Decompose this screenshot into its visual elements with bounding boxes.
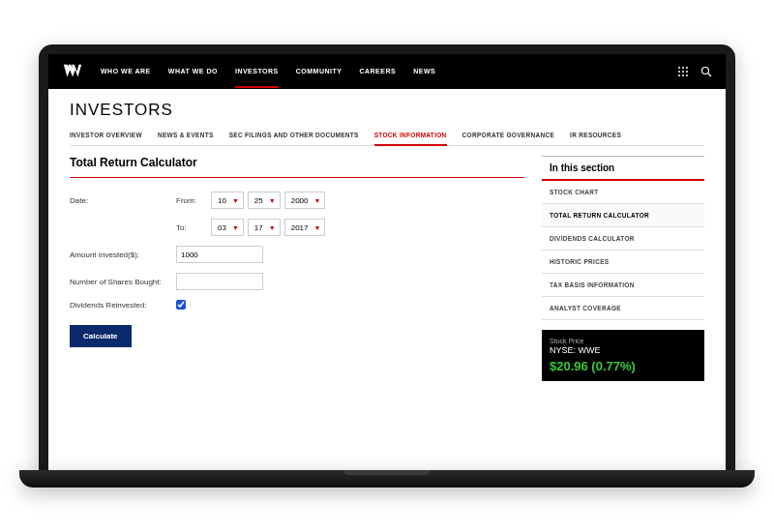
svg-point-3 <box>678 71 680 73</box>
nav-news[interactable]: NEWS <box>413 56 435 88</box>
page-title: INVESTORS <box>70 101 704 120</box>
side-analyst-coverage[interactable]: ANALYST COVERAGE <box>542 297 704 320</box>
svg-line-10 <box>708 74 711 76</box>
svg-point-1 <box>682 67 684 69</box>
subnav-investor-overview[interactable]: INVESTOR OVERVIEW <box>70 126 142 145</box>
caret-down-icon: ▼ <box>313 224 320 231</box>
svg-point-7 <box>682 74 684 76</box>
calculate-button[interactable]: Calculate <box>70 325 132 347</box>
dividends-reinvested-checkbox[interactable] <box>176 300 186 310</box>
nav-what-we-do[interactable]: WHAT WE DO <box>168 56 218 88</box>
side-dividends-calculator[interactable]: DIVIDENDS CALCULATOR <box>542 227 704 251</box>
svg-point-4 <box>682 71 684 73</box>
shares-bought-input[interactable] <box>176 273 263 290</box>
wwe-logo-icon <box>62 61 83 82</box>
to-month-select[interactable]: 03▼ <box>211 219 244 236</box>
to-day-select[interactable]: 17▼ <box>248 219 281 236</box>
to-label: To: <box>176 223 211 232</box>
side-stock-chart[interactable]: STOCK CHART <box>542 181 704 204</box>
caret-down-icon: ▼ <box>232 224 239 231</box>
stock-price-value: $20.96 (0.77%) <box>550 359 697 373</box>
from-month-value: 10 <box>218 196 226 205</box>
search-icon[interactable] <box>700 66 712 77</box>
from-year-value: 2000 <box>291 196 309 205</box>
caret-down-icon: ▼ <box>232 197 239 204</box>
nav-community[interactable]: COMMUNITY <box>296 56 342 88</box>
svg-point-6 <box>678 74 680 76</box>
subnav-news-events[interactable]: NEWS & EVENTS <box>158 126 214 145</box>
top-nav-items: WHO WE ARE WHAT WE DO INVESTORS COMMUNIT… <box>101 56 677 88</box>
to-year-select[interactable]: 2017▼ <box>284 219 326 236</box>
caret-down-icon: ▼ <box>313 197 320 204</box>
caret-down-icon: ▼ <box>269 224 276 231</box>
subnav-stock-information[interactable]: STOCK INFORMATION <box>374 126 447 146</box>
sub-nav: INVESTOR OVERVIEW NEWS & EVENTS SEC FILI… <box>70 126 704 146</box>
apps-grid-icon[interactable] <box>677 66 689 77</box>
subnav-ir-resources[interactable]: IR RESOURCES <box>570 126 621 145</box>
shares-bought-label: Number of Shares Bought: <box>70 278 176 286</box>
laptop-base <box>19 470 755 488</box>
top-nav: WHO WE ARE WHAT WE DO INVESTORS COMMUNIT… <box>48 54 726 89</box>
svg-point-9 <box>702 68 709 74</box>
stock-price-label: Stock Price <box>550 338 697 344</box>
to-day-value: 17 <box>254 223 263 232</box>
calculator-title: Total Return Calculator <box>70 156 524 178</box>
side-tax-basis-information[interactable]: TAX BASIS INFORMATION <box>542 274 704 297</box>
side-section-heading: In this section <box>542 156 704 181</box>
date-label: Date: <box>70 196 176 205</box>
svg-point-5 <box>686 71 688 73</box>
to-year-value: 2017 <box>291 223 309 232</box>
side-total-return-calculator[interactable]: TOTAL RETURN CALCULATOR <box>542 204 704 227</box>
from-year-select[interactable]: 2000▼ <box>284 192 326 209</box>
side-historic-prices[interactable]: HISTORIC PRICES <box>542 251 704 274</box>
nav-investors[interactable]: INVESTORS <box>235 56 279 88</box>
svg-point-0 <box>678 67 680 69</box>
from-day-value: 25 <box>254 196 263 205</box>
to-month-value: 03 <box>218 223 226 232</box>
subnav-sec-filings[interactable]: SEC FILINGS AND OTHER DOCUMENTS <box>229 126 359 145</box>
svg-point-2 <box>686 67 688 69</box>
stock-symbol: NYSE: WWE <box>550 345 697 355</box>
from-day-select[interactable]: 25▼ <box>248 192 281 209</box>
nav-who-we-are[interactable]: WHO WE ARE <box>101 56 151 88</box>
stock-price-box: Stock Price NYSE: WWE $20.96 (0.77%) <box>542 330 704 381</box>
dividends-reinvested-label: Dividends Reinvested: <box>70 301 176 310</box>
from-label: From: <box>176 196 211 205</box>
caret-down-icon: ▼ <box>269 197 276 204</box>
nav-careers[interactable]: CAREERS <box>359 56 396 88</box>
svg-point-8 <box>686 74 688 76</box>
subnav-corporate-governance[interactable]: CORPORATE GOVERNANCE <box>462 126 554 145</box>
amount-invested-label: Amount Invested($): <box>70 251 176 259</box>
from-month-select[interactable]: 10▼ <box>211 192 244 209</box>
amount-invested-input[interactable] <box>176 246 263 263</box>
